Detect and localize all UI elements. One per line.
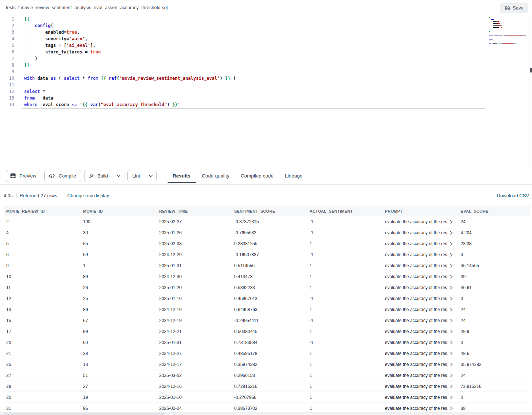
code-line-6[interactable]: store_failures = true <box>24 49 236 56</box>
cell-movie_id: 26 <box>81 282 157 293</box>
editor-code[interactable]: {{ config( enabled=true, severity='warn'… <box>24 16 236 109</box>
cell-prompt: evaluate the accuracy of the res… <box>383 370 458 381</box>
code-token <box>24 23 35 28</box>
cell-eval_score: 0 <box>458 392 530 403</box>
lint-dropdown-toggle[interactable] <box>145 170 156 182</box>
tab-code-quality[interactable]: Code quality <box>197 167 235 184</box>
line-number: 4 <box>0 36 17 43</box>
cell-review_time: 2025-02-08 <box>157 238 232 249</box>
table-row: 13892024-12-190.649587631evaluate the ac… <box>4 304 530 315</box>
prompt-expand-icon[interactable] <box>450 264 453 268</box>
cell-review_time: 2024-12-16 <box>157 381 232 392</box>
lint-button[interactable]: Lint <box>127 170 157 182</box>
breadcrumb-folder[interactable]: tests <box>6 5 16 10</box>
code-line-14[interactable]: where eval_score <= '{{ var("eval_accura… <box>24 102 236 109</box>
prompt-expand-icon[interactable] <box>450 407 453 410</box>
code-editor[interactable]: 1234567891011121314 {{ config( enabled=t… <box>0 15 532 167</box>
prompt-expand-icon[interactable] <box>450 385 453 388</box>
editor-scrollbar-thumb[interactable] <box>530 68 532 72</box>
code-line-12[interactable]: select * <box>24 89 236 96</box>
line-number: 12 <box>0 89 17 96</box>
minimap[interactable] <box>489 16 529 44</box>
prompt-expand-icon[interactable] <box>450 220 453 224</box>
prompt-expand-icon[interactable] <box>450 363 453 366</box>
cell-movie_id: 38 <box>81 348 157 359</box>
column-header-review_time: REVIEW_TIME <box>157 206 232 216</box>
code-token: ) <box>167 102 172 107</box>
cell-review_time: 2024-12-30 <box>157 271 232 282</box>
preview-button[interactable]: Preview <box>6 170 41 182</box>
status-returned-rows: Returned 27 rows. <box>20 193 59 198</box>
cell-prompt: evaluate the accuracy of the res… <box>383 227 458 238</box>
compile-button-label: Compile <box>55 173 81 179</box>
compile-button[interactable]: Compile <box>44 170 81 182</box>
download-csv-link[interactable]: Download CSV <box>497 193 529 198</box>
h-scrollbar-thumb[interactable] <box>4 413 165 415</box>
code-line-8[interactable]: }} <box>24 63 236 69</box>
code-token: select <box>24 89 40 94</box>
prompt-expand-icon[interactable] <box>450 275 453 278</box>
code-line-7[interactable]: ) <box>24 56 236 63</box>
h-scrollbar-track[interactable] <box>0 412 532 415</box>
build-button-label: Build <box>94 173 113 179</box>
build-dropdown-toggle[interactable] <box>113 170 124 182</box>
prompt-expand-icon[interactable] <box>450 352 453 355</box>
action-buttons: Preview Compile Build Lint <box>0 170 157 182</box>
code-line-4[interactable]: severity='warn', <box>24 36 236 43</box>
code-line-2[interactable]: config( <box>24 23 236 30</box>
cell-eval_score: 0 <box>458 337 530 348</box>
cell-eval_score: 38 <box>458 403 530 413</box>
cell-actual_sentiment: 1 <box>307 370 383 381</box>
cell-eval_score: 45.14555 <box>458 260 530 271</box>
cell-movie_review_id: 4 <box>4 227 81 238</box>
code-token <box>98 76 101 81</box>
cell-eval_score: 48.6 <box>458 348 530 359</box>
prompt-expand-icon[interactable] <box>450 341 453 344</box>
cell-review_time: 2024-12-29 <box>157 249 232 260</box>
prompt-expand-icon[interactable] <box>450 319 453 322</box>
prompt-expand-icon[interactable] <box>450 396 453 399</box>
cell-eval_score: 28.38 <box>458 238 530 249</box>
table-row: 15672024-12-19-0.24954411-1evaluate the … <box>4 315 530 326</box>
tab-results[interactable]: Results <box>168 167 196 184</box>
code-line-3[interactable]: enabled=true, <box>24 30 236 36</box>
prompt-expand-icon[interactable] <box>450 297 453 300</box>
prompt-expand-icon[interactable] <box>450 286 453 289</box>
table-header-row: MOVIE_REVIEW_IDMOVIE_IDREVIEW_TIMESENTIM… <box>4 206 530 216</box>
code-token: var <box>90 102 98 107</box>
code-line-11[interactable] <box>24 82 236 89</box>
prompt-expand-icon[interactable] <box>450 242 453 246</box>
prompt-text: evaluate the accuracy of the res… <box>385 230 448 235</box>
tab-lineage[interactable]: Lineage <box>280 167 308 184</box>
cell-review_time: 2025-02-27 <box>157 216 232 227</box>
save-button[interactable]: Save <box>500 3 528 13</box>
cell-prompt: evaluate the accuracy of the res… <box>383 381 458 392</box>
prompt-expand-icon[interactable] <box>450 253 453 257</box>
table-row: 21002025-02-27-0.37372315-1evaluate the … <box>4 216 530 227</box>
minimap-line <box>489 42 529 44</box>
code-token: store_failures = <box>24 49 90 55</box>
prompt-expand-icon[interactable] <box>450 330 453 333</box>
header-bar: tests/movie_review_sentiment_analysis_ev… <box>0 0 532 15</box>
code-line-10[interactable]: with data as ( select * from {{ ref('mov… <box>24 76 236 82</box>
code-line-5[interactable]: tags = ['ai_eval'], <box>24 43 236 49</box>
prompt-expand-icon[interactable] <box>450 308 453 311</box>
cell-movie_review_id: 6 <box>4 249 81 260</box>
code-token: data <box>35 96 53 101</box>
table-row: 25132024-12-170.359742821evaluate the ac… <box>4 359 530 370</box>
breadcrumb: tests/movie_review_sentiment_analysis_ev… <box>6 5 168 10</box>
prompt-expand-icon[interactable] <box>450 231 453 235</box>
build-button[interactable]: Build <box>84 170 124 182</box>
tab-compiled-code[interactable]: Compiled code <box>236 167 279 184</box>
cell-prompt: evaluate the accuracy of the res… <box>383 403 458 413</box>
change-row-display-link[interactable]: Change row display <box>67 193 109 198</box>
table-row: 12252025-01-100.45967013-1evaluate the a… <box>4 293 530 304</box>
prompt-expand-icon[interactable] <box>450 374 453 377</box>
cell-movie_review_id: 27 <box>4 370 81 381</box>
code-line-13[interactable]: from data <box>24 96 236 102</box>
code-line-9[interactable] <box>24 69 236 76</box>
table-row: 10892024-12-300.4134731evaluate the accu… <box>4 271 530 282</box>
code-line-1[interactable]: {{ <box>24 16 236 23</box>
cell-actual_sentiment: 1 <box>307 304 383 315</box>
code-token: * <box>80 76 88 81</box>
